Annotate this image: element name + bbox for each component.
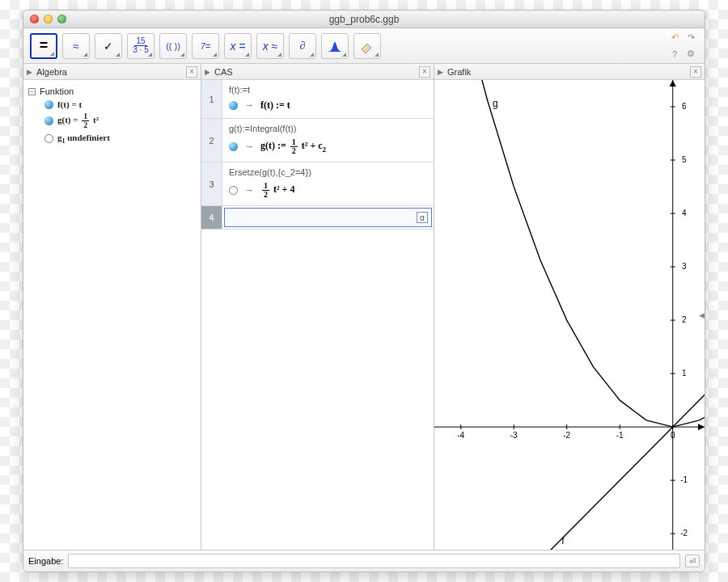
svg-text:-2: -2 bbox=[563, 431, 570, 440]
panel-title: Algebra bbox=[36, 67, 67, 77]
cas-cell[interactable]: g(t):=Integral(f(t)) → g(t) := 12 t² + c… bbox=[222, 119, 434, 162]
chart-canvas[interactable]: -4-3-2-10-2-1123456gf bbox=[434, 80, 705, 550]
svg-text:3: 3 bbox=[682, 262, 687, 271]
algebra-panel: ▶ Algebra × − Funktion f(t) = t g(t) = 1… bbox=[23, 64, 201, 550]
panel-close-button[interactable]: × bbox=[690, 66, 701, 78]
cas-output: → f(t) := t bbox=[229, 99, 427, 112]
cas-panel: ▶ CAS × 1 f(t):=t → f(t) := t bbox=[201, 64, 434, 550]
svg-text:6: 6 bbox=[682, 102, 687, 111]
cas-row-number[interactable]: 2 bbox=[201, 119, 222, 162]
minimize-icon[interactable] bbox=[44, 15, 53, 23]
grafik-header[interactable]: ▶ Grafik × bbox=[434, 64, 705, 80]
tree-item[interactable]: f(t) = t bbox=[27, 98, 197, 111]
close-icon[interactable] bbox=[30, 15, 39, 23]
svg-text:0: 0 bbox=[671, 431, 675, 440]
chevron-right-icon: ▶ bbox=[27, 68, 32, 76]
input-label: Eingabe: bbox=[28, 556, 63, 566]
titlebar[interactable]: ggb_prob6c.ggb bbox=[23, 11, 705, 28]
check-tool[interactable]: ✓ bbox=[95, 33, 122, 59]
cas-row[interactable]: 1 f(t):=t → f(t) := t bbox=[201, 80, 434, 119]
cas-input-field[interactable]: α bbox=[224, 208, 432, 227]
paren-tool[interactable]: (( )) bbox=[159, 33, 187, 59]
undo-icon[interactable]: ↶ bbox=[667, 31, 682, 45]
visibility-icon[interactable] bbox=[229, 101, 238, 110]
panel-title: Grafik bbox=[447, 67, 471, 77]
grafik-panel: ▶ Grafik × -4-3-2-10-2-1123456gf ◀ bbox=[434, 64, 705, 550]
visibility-icon[interactable] bbox=[44, 116, 53, 125]
cas-cell[interactable]: f(t):=t → f(t) := t bbox=[222, 80, 434, 118]
window-title: ggb_prob6c.ggb bbox=[23, 14, 705, 25]
algebra-header[interactable]: ▶ Algebra × bbox=[23, 64, 201, 80]
chevron-right-icon: ▶ bbox=[438, 68, 443, 76]
alpha-button[interactable]: α bbox=[417, 212, 428, 223]
svg-text:-4: -4 bbox=[457, 431, 464, 440]
command-input[interactable] bbox=[68, 554, 680, 568]
eraser-tool[interactable] bbox=[353, 33, 381, 59]
cas-row-empty[interactable]: 4 α bbox=[201, 206, 434, 230]
chevron-right-icon: ▶ bbox=[205, 68, 210, 76]
input-bar: Eingabe: ⏎ bbox=[23, 550, 705, 571]
derivative-tool[interactable]: ∂ bbox=[289, 33, 316, 59]
tree-item[interactable]: g1 undefiniert bbox=[27, 131, 197, 146]
normal-curve-icon bbox=[327, 39, 343, 53]
solve-tool[interactable]: x = bbox=[224, 33, 252, 59]
enter-button[interactable]: ⏎ bbox=[685, 555, 700, 567]
cas-header[interactable]: ▶ CAS × bbox=[201, 64, 434, 80]
nsolve-tool[interactable]: x ≈ bbox=[256, 33, 284, 59]
cas-body: 1 f(t):=t → f(t) := t 2 g(t):=Integral(f… bbox=[201, 80, 434, 550]
settings-icon[interactable]: ⚙ bbox=[684, 47, 698, 61]
cas-output: → 12 t² + 4 bbox=[229, 182, 427, 199]
svg-text:1: 1 bbox=[682, 369, 687, 377]
tree-item-label: g(t) = 12 t² bbox=[57, 112, 99, 129]
eraser-icon bbox=[359, 39, 375, 53]
cas-row[interactable]: 2 g(t):=Integral(f(t)) → g(t) := 12 t² +… bbox=[201, 119, 434, 162]
tree-group[interactable]: − Funktion bbox=[27, 85, 197, 98]
cas-input: g(t):=Integral(f(t)) bbox=[229, 124, 427, 133]
panels: ▶ Algebra × − Funktion f(t) = t g(t) = 1… bbox=[23, 64, 705, 550]
tree-item-label: f(t) = t bbox=[57, 99, 82, 109]
svg-text:-2: -2 bbox=[680, 529, 688, 538]
tree-item[interactable]: g(t) = 12 t² bbox=[27, 111, 197, 131]
panel-close-button[interactable]: × bbox=[186, 66, 197, 78]
svg-text:-1: -1 bbox=[616, 431, 624, 440]
help-icon[interactable]: ? bbox=[667, 47, 682, 61]
svg-text:4: 4 bbox=[682, 209, 687, 217]
equals-tool[interactable]: = bbox=[30, 33, 57, 59]
cas-row[interactable]: 3 Ersetze(g(t),{c_2=4}) → 12 t² + 4 bbox=[201, 162, 434, 206]
cas-output: → g(t) := 12 t² + c2 bbox=[229, 138, 427, 155]
panel-title: CAS bbox=[214, 67, 233, 77]
cas-row-number[interactable]: 1 bbox=[201, 80, 222, 118]
distribution-tool[interactable] bbox=[321, 33, 349, 59]
svg-text:g: g bbox=[493, 98, 498, 109]
svg-text:f: f bbox=[561, 535, 565, 546]
svg-text:2: 2 bbox=[682, 315, 687, 324]
cas-input: Ersetze(g(t),{c_2=4}) bbox=[229, 167, 427, 177]
svg-text:-1: -1 bbox=[680, 475, 688, 484]
approx-tool[interactable]: ≈ bbox=[62, 33, 90, 59]
visibility-icon[interactable] bbox=[229, 142, 238, 151]
cas-row-number[interactable]: 4 bbox=[201, 206, 222, 229]
algebra-body: − Funktion f(t) = t g(t) = 12 t² g1 unde… bbox=[23, 80, 201, 151]
tree-item-label: g1 undefiniert bbox=[57, 133, 110, 145]
substitute-tool[interactable]: 7= bbox=[192, 33, 219, 59]
visibility-icon[interactable] bbox=[44, 100, 53, 109]
expand-handle-icon[interactable]: ◀ bbox=[697, 306, 705, 324]
toolbar: = ≈ ✓ 15 3 · 5 (( )) 7= x = x ≈ ∂ ↶ ↷ ? … bbox=[23, 28, 705, 64]
svg-text:-3: -3 bbox=[510, 431, 518, 440]
cas-row-number[interactable]: 3 bbox=[201, 162, 222, 205]
panel-close-button[interactable]: × bbox=[419, 66, 430, 78]
graphics-view[interactable]: -4-3-2-10-2-1123456gf ◀ bbox=[434, 80, 705, 550]
svg-text:5: 5 bbox=[682, 155, 687, 164]
visibility-icon[interactable] bbox=[44, 134, 53, 143]
cas-input: f(t):=t bbox=[229, 85, 427, 95]
visibility-icon[interactable] bbox=[229, 186, 238, 195]
redo-icon[interactable]: ↷ bbox=[684, 31, 698, 45]
zoom-icon[interactable] bbox=[57, 15, 66, 23]
tree-group-label: Funktion bbox=[40, 86, 74, 96]
collapse-icon[interactable]: − bbox=[28, 88, 36, 95]
cas-cell[interactable]: Ersetze(g(t),{c_2=4}) → 12 t² + 4 bbox=[222, 162, 434, 205]
fraction-tool[interactable]: 15 3 · 5 bbox=[127, 33, 154, 59]
app-window: ggb_prob6c.ggb = ≈ ✓ 15 3 · 5 (( )) 7= x… bbox=[23, 10, 705, 572]
